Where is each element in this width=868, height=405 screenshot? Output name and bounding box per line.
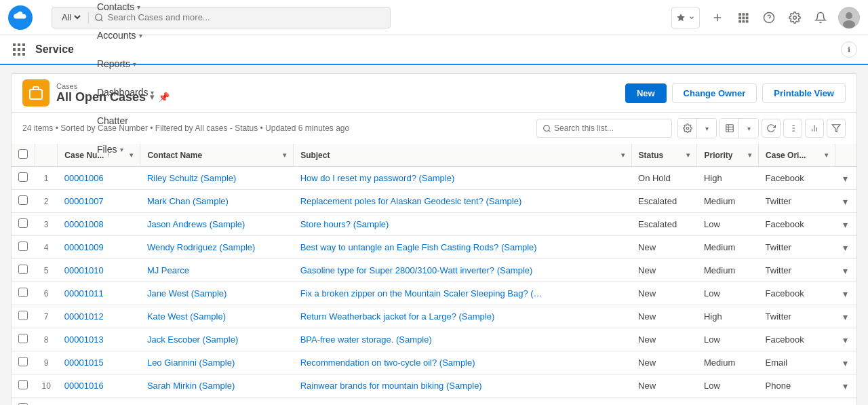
printable-view-button[interactable]: Printable View [762,83,846,103]
contact-link[interactable]: Sarah Mirkin (Sample) [147,381,235,391]
row-checkbox-cell[interactable] [12,374,35,398]
subject-link[interactable]: How do I reset my password? (Sample) [300,173,455,183]
subject-cell[interactable]: Fix a broken zipper on the Mountain Scal… [294,282,631,305]
apps-icon[interactable] [735,9,751,26]
waffle-menu[interactable] [11,41,27,58]
row-checkbox[interactable] [18,195,28,205]
select-all-checkbox[interactable] [18,149,28,159]
col-header-origin[interactable]: Case Ori... ▾ [759,144,835,167]
list-search[interactable] [536,119,672,138]
row-action-button[interactable]: ▾ [842,288,849,299]
contact-link[interactable]: Kate West (Sample) [147,311,226,322]
row-checkbox-cell[interactable] [12,398,35,406]
row-checkbox[interactable] [18,288,28,297]
nav-item-accounts[interactable]: Accounts▾ [87,21,164,51]
subject-link[interactable]: Fix a broken zipper on the Mountain Scal… [300,288,542,298]
subject-cell[interactable]: Replacement poles for Alaskan Geodesic t… [294,190,631,213]
row-checkbox-cell[interactable] [12,236,35,259]
row-checkbox-cell[interactable] [12,190,35,213]
contact-cell[interactable]: Jake Rocklin (Sample) [140,398,294,406]
subject-cell[interactable]: Best way to untangle an Eagle Fish Casti… [294,236,631,259]
change-owner-button[interactable]: Change Owner [672,83,757,103]
subject-cell[interactable]: Rainwear brands for mountain biking (Sam… [294,374,631,398]
case-number-link[interactable]: 00001012 [64,311,104,322]
nav-more-button[interactable]: ℹ [841,41,857,58]
subject-link[interactable]: Store hours? (Sample) [300,219,389,229]
case-number-link[interactable]: 00001009 [64,242,104,252]
search-scope-select[interactable]: All [59,12,83,23]
contact-cell[interactable]: Jason Andrews (Sample) [140,213,294,236]
edit-columns-button[interactable] [783,119,802,138]
favorites-button[interactable] [671,7,700,28]
col-header-subject[interactable]: Subject ▾ [294,144,631,167]
case-number-link[interactable]: 00001007 [64,196,104,206]
row-action-button[interactable]: ▾ [842,219,849,230]
case-number-link[interactable]: 00001011 [64,288,104,298]
refresh-button[interactable] [762,119,781,138]
row-checkbox[interactable] [18,357,28,366]
subject-link[interactable]: Replacement poles for Alaskan Geodesic t… [300,196,522,206]
col-header-priority[interactable]: Priority ▾ [697,144,759,167]
select-all-header[interactable] [12,144,35,167]
case-number-cell[interactable]: 00001007 [58,190,140,213]
row-action-button[interactable]: ▾ [842,311,849,322]
subject-cell[interactable]: How do I reset my password? (Sample) [294,167,631,190]
row-checkbox-cell[interactable] [12,259,35,282]
row-action-button[interactable]: ▾ [842,381,849,391]
chevron-down-view-icon[interactable]: ▾ [739,119,758,138]
case-number-cell[interactable]: 00001013 [58,328,140,351]
subject-link[interactable]: Return Weatherback jacket for a Large? (… [300,311,495,322]
contact-link[interactable]: Jack Escober (Sample) [147,334,238,345]
case-number-cell[interactable]: 00001016 [58,374,140,398]
row-action-cell[interactable]: ▾ [835,167,856,190]
row-checkbox[interactable] [18,265,28,274]
contact-link[interactable]: Jason Andrews (Sample) [147,219,245,229]
row-action-cell[interactable]: ▾ [835,190,856,213]
row-checkbox[interactable] [18,172,28,182]
case-number-cell[interactable]: 00001009 [58,236,140,259]
chevron-down-settings-icon[interactable]: ▾ [697,119,716,138]
contact-link[interactable]: MJ Pearce [147,265,189,275]
subject-link[interactable]: Rainwear brands for mountain biking (Sam… [300,381,482,391]
row-action-button[interactable]: ▾ [842,196,849,207]
nav-item-reports[interactable]: Reports▾ [87,50,164,79]
contact-cell[interactable]: MJ Pearce [140,259,294,282]
row-action-cell[interactable]: ▾ [835,328,856,351]
row-action-button[interactable]: ▾ [842,358,849,368]
case-number-cell[interactable]: 00001006 [58,167,140,190]
list-search-input[interactable] [554,123,666,133]
subject-link[interactable]: Recommendation on two-cycle oil? (Sample… [300,358,475,368]
add-button[interactable] [709,9,726,26]
case-number-cell[interactable]: 00001012 [58,305,140,328]
row-checkbox-cell[interactable] [12,305,35,328]
row-checkbox-cell[interactable] [12,328,35,351]
contact-cell[interactable]: Wendy Rodriguez (Sample) [140,236,294,259]
case-number-cell[interactable]: 00001010 [58,259,140,282]
subject-link[interactable]: Best way to untangle an Eagle Fish Casti… [300,242,537,252]
chart-button[interactable] [805,119,824,138]
contact-cell[interactable]: Mark Chan (Sample) [140,190,294,213]
contact-link[interactable]: Riley Schultz (Sample) [147,173,237,183]
col-header-status[interactable]: Status ▾ [631,144,697,167]
contact-cell[interactable]: Sarah Mirkin (Sample) [140,374,294,398]
row-action-button[interactable]: ▾ [842,265,849,276]
row-checkbox[interactable] [18,334,28,343]
settings-icon[interactable] [787,9,803,26]
case-number-link[interactable]: 00001006 [64,173,104,183]
row-checkbox-cell[interactable] [12,282,35,305]
col-filter-priority-icon[interactable]: ▾ [748,151,751,159]
row-action-button[interactable]: ▾ [842,173,849,184]
subject-cell[interactable]: Store hours? (Sample) [294,213,631,236]
subject-cell[interactable]: Store location? (Sample) [294,398,631,406]
contact-link[interactable]: Jane West (Sample) [147,288,227,298]
row-action-cell[interactable]: ▾ [835,259,856,282]
nav-item-contacts[interactable]: Contacts▾ [87,0,164,22]
row-checkbox[interactable] [18,311,28,320]
contact-cell[interactable]: Kate West (Sample) [140,305,294,328]
subject-cell[interactable]: BPA-free water storage. (Sample) [294,328,631,351]
contact-cell[interactable]: Jane West (Sample) [140,282,294,305]
row-checkbox[interactable] [18,380,28,389]
col-filter-contact-icon[interactable]: ▾ [283,151,286,159]
subject-link[interactable]: Gasoline type for Super 2800/3100-Watt i… [300,265,533,275]
title-dropdown-icon[interactable]: ▾ [150,92,154,102]
